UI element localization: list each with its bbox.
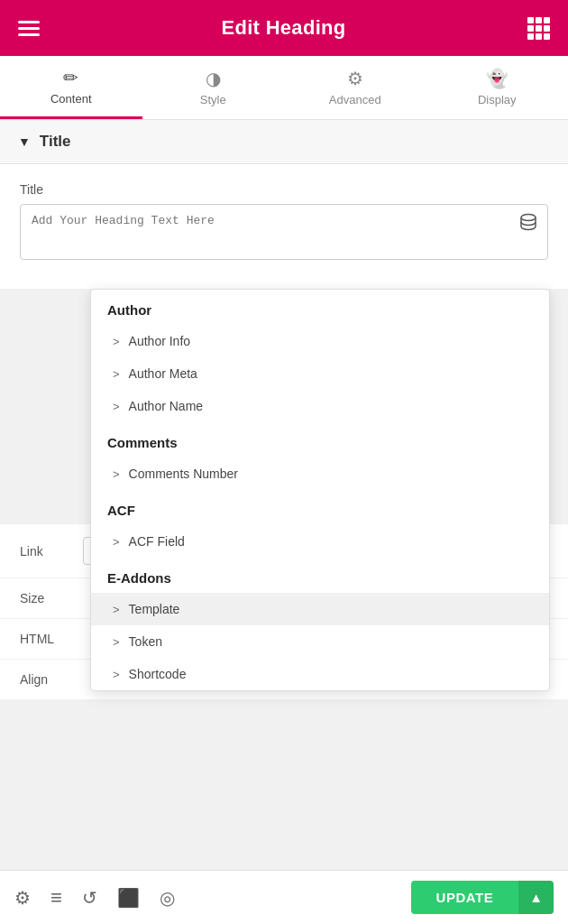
dropdown-item-comments-number[interactable]: > Comments Number: [91, 457, 549, 490]
size-label: Size: [20, 591, 83, 605]
page-title: Edit Heading: [221, 16, 345, 40]
arrow-icon: >: [113, 367, 120, 381]
style-icon: ◑: [206, 69, 221, 88]
title-label: Title: [20, 182, 548, 197]
tab-content[interactable]: ✏ Content: [0, 56, 142, 119]
dropdown-item-acf-field[interactable]: > ACF Field: [91, 525, 549, 558]
arrow-icon: >: [113, 335, 120, 348]
advanced-icon: ⚙: [347, 69, 363, 88]
svg-point-0: [521, 215, 536, 221]
settings-icon[interactable]: ⚙: [14, 887, 31, 909]
menu-button[interactable]: [18, 21, 40, 36]
dropdown-group-author: Author: [91, 290, 549, 325]
app-header: Edit Heading: [0, 0, 568, 56]
dropdown-group-comments: Comments: [91, 422, 549, 457]
dropdown-item-token[interactable]: > Token: [91, 625, 549, 658]
dropdown-item-author-name[interactable]: > Author Name: [91, 390, 549, 422]
title-section-header[interactable]: ▼ Title: [0, 120, 568, 164]
dropdown-item-author-meta[interactable]: > Author Meta: [91, 357, 549, 390]
link-label: Link: [20, 544, 83, 559]
tab-bar: ✏ Content ◑ Style ⚙ Advanced 👻 Display: [0, 56, 568, 120]
dropdown-item-shortcode[interactable]: > Shortcode: [91, 658, 549, 690]
update-button[interactable]: UPDATE: [411, 881, 519, 914]
arrow-icon: >: [113, 535, 120, 549]
monitor-icon[interactable]: ⬛: [117, 887, 140, 909]
arrow-icon: >: [113, 467, 120, 481]
arrow-icon: >: [113, 603, 120, 616]
arrow-icon: >: [113, 635, 120, 649]
arrow-icon: >: [113, 400, 120, 413]
layers-icon[interactable]: ≡: [50, 886, 62, 910]
update-button-group: UPDATE ▲: [411, 881, 554, 914]
dynamic-dropdown: Author > Author Info > Author Meta > Aut…: [90, 289, 550, 691]
display-icon: 👻: [486, 69, 508, 88]
arrow-icon: >: [113, 668, 120, 681]
grid-menu-button[interactable]: [527, 17, 550, 40]
dropdown-group-eaddons: E-Addons: [91, 558, 549, 593]
dynamic-data-button[interactable]: [509, 205, 547, 239]
tab-display[interactable]: 👻 Display: [426, 56, 569, 119]
eye-icon[interactable]: ◎: [160, 887, 175, 909]
bottom-toolbar: ⚙ ≡ ↺ ⬛ ◎ UPDATE ▲: [0, 870, 568, 924]
title-input[interactable]: [21, 205, 509, 259]
dropdown-group-acf: ACF: [91, 490, 549, 525]
content-icon: ✏: [63, 69, 78, 87]
dropdown-item-template[interactable]: > Template: [91, 593, 549, 625]
dropdown-item-author-info[interactable]: > Author Info: [91, 325, 549, 357]
update-arrow-button[interactable]: ▲: [518, 881, 554, 914]
html-label: HTML: [20, 632, 83, 646]
section-collapse-arrow: ▼: [18, 134, 31, 149]
form-area: Title: [0, 164, 568, 289]
toolbar-icons: ⚙ ≡ ↺ ⬛ ◎: [14, 886, 175, 910]
section-title: Title: [40, 133, 71, 151]
tab-style[interactable]: ◑ Style: [142, 56, 285, 119]
tab-advanced[interactable]: ⚙ Advanced: [284, 56, 426, 119]
align-label: Align: [20, 672, 83, 687]
history-icon[interactable]: ↺: [82, 887, 97, 909]
title-input-wrapper: [20, 204, 548, 260]
